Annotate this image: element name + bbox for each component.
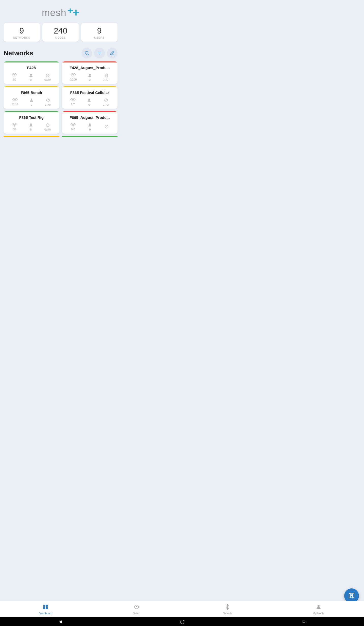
svg-point-8	[73, 77, 74, 77]
user-value: 8	[30, 128, 32, 131]
wifi-stat: 0/0	[70, 123, 76, 131]
stats-row: 9 NETWORKS 240 NODES 9 USERS	[0, 23, 121, 46]
edit-button[interactable]	[107, 48, 118, 58]
networks-label: NETWORKS	[6, 36, 38, 39]
app-header: mesh ⁺+	[0, 0, 121, 23]
user-stat: 0	[29, 73, 33, 81]
users-count: 9	[83, 26, 115, 35]
users-stat-card[interactable]: 9 USERS	[81, 23, 118, 42]
svg-point-18	[30, 123, 32, 125]
network-grid: F428 2/2 0	[0, 61, 121, 136]
speed-icon	[45, 73, 50, 77]
nodes-stat-card[interactable]: 240 NODES	[42, 23, 79, 42]
wifi-icon	[12, 98, 18, 102]
svg-point-17	[14, 126, 15, 127]
wifi-icon	[12, 73, 17, 77]
network-name: F865 Test Rig	[6, 115, 57, 120]
speed-icon	[45, 98, 51, 102]
speed-stat: 0↓/0↑	[44, 73, 51, 81]
speed-icon	[104, 73, 109, 77]
network-stats: 2/2 0 0↓/	[6, 73, 57, 81]
network-name: F428_August_Produ...	[64, 66, 115, 70]
logo-plus: ⁺+	[67, 7, 79, 18]
networks-header: Networks	[0, 46, 121, 61]
network-stats: 8/8 8 0↓/	[6, 123, 57, 131]
wifi-value: 8/8	[13, 128, 16, 131]
filter-button[interactable]	[94, 48, 105, 58]
speed-stat: 0↓/0↑	[103, 73, 109, 81]
user-stat: 0	[29, 98, 34, 106]
network-card-f428-august[interactable]: F428_August_Produ... 0/200	[62, 61, 118, 84]
svg-point-9	[89, 74, 91, 75]
user-icon	[87, 98, 91, 102]
wifi-value: 0/0	[71, 128, 75, 131]
speed-stat: 0↓/0↑	[103, 98, 109, 106]
edit-icon	[110, 51, 115, 56]
speed-value: 0↓/0↑	[103, 103, 109, 106]
search-icon	[84, 51, 89, 56]
partial-cards	[0, 136, 121, 140]
nodes-label: NODES	[44, 36, 77, 39]
network-name: F865 Festival Cellular	[64, 90, 115, 95]
network-stats: 0/0 0	[64, 123, 115, 131]
network-card-f428[interactable]: F428 2/2 0	[4, 61, 59, 84]
network-card-f865-august[interactable]: F865_August_Produ... 0/0	[62, 111, 118, 134]
network-name: F428	[6, 66, 57, 70]
wifi-value: 12/16	[11, 103, 19, 106]
search-button[interactable]	[81, 48, 92, 58]
network-name: F865 Bench	[6, 90, 57, 95]
nodes-count: 240	[44, 26, 77, 35]
user-stat: 0	[88, 123, 92, 131]
network-stats: 2/7 0 0↓/	[64, 98, 115, 106]
user-icon	[29, 98, 34, 102]
network-name: F865_August_Produ...	[64, 115, 115, 120]
network-card-f865-festival[interactable]: F865 Festival Cellular 2/7	[62, 86, 118, 109]
wifi-stat: 0/200	[70, 73, 77, 81]
wifi-value: 2/7	[71, 103, 75, 106]
network-card-f865-testrig[interactable]: F865 Test Rig 8/8 8	[4, 111, 59, 134]
svg-point-21	[89, 123, 91, 125]
wifi-icon	[70, 98, 76, 102]
speed-value: 0↓/0↑	[45, 103, 51, 106]
user-stat: 0	[88, 73, 92, 81]
svg-point-15	[88, 99, 90, 100]
user-icon	[29, 123, 33, 127]
svg-point-11	[15, 102, 15, 102]
wifi-value: 2/2	[13, 78, 16, 81]
user-stat: 8	[29, 123, 33, 131]
wifi-value: 0/200	[70, 78, 77, 81]
logo-text: mesh	[42, 7, 67, 18]
user-stat: 0	[87, 98, 91, 106]
svg-point-6	[30, 74, 32, 75]
networks-count: 9	[6, 26, 38, 35]
speed-icon	[104, 98, 109, 102]
user-value: 0	[88, 103, 90, 106]
speed-icon	[104, 124, 109, 129]
wifi-stat: 2/7	[70, 98, 76, 106]
speed-icon	[45, 123, 50, 127]
user-value: 0	[89, 78, 91, 81]
svg-point-20	[73, 126, 73, 127]
wifi-icon	[70, 123, 76, 127]
wifi-icon	[12, 123, 17, 127]
wifi-stat: 8/8	[12, 123, 17, 131]
wifi-stat: 2/2	[12, 73, 17, 81]
networks-title: Networks	[4, 49, 33, 57]
speed-value: 0↓/0↑	[44, 78, 51, 81]
filter-icon	[97, 51, 102, 56]
speed-stat: 0↓/0↑	[44, 123, 51, 131]
svg-point-12	[31, 99, 32, 100]
networks-stat-card[interactable]: 9 NETWORKS	[4, 23, 40, 42]
user-value: 0	[31, 103, 32, 106]
user-value: 0	[30, 78, 32, 81]
partial-bar-green	[62, 136, 118, 137]
user-icon	[88, 123, 92, 127]
users-label: USERS	[83, 36, 115, 39]
header-actions	[81, 48, 118, 58]
svg-point-5	[14, 77, 15, 77]
speed-value: 0↓/0↑	[44, 128, 51, 131]
network-card-f865-bench[interactable]: F865 Bench 12/16 0	[4, 86, 59, 109]
speed-stat: 0↓/0↑	[45, 98, 51, 106]
svg-point-14	[72, 102, 73, 102]
user-icon	[29, 73, 33, 77]
